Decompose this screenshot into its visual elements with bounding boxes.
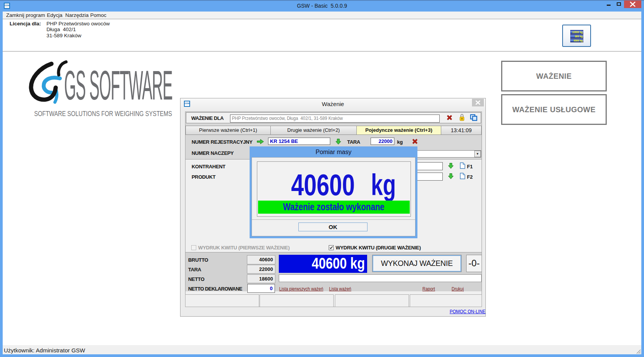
svg-text:9500 kg: 9500 kg [574,39,583,42]
svg-text:40600: 40600 [291,168,355,202]
svg-text:12600 kg: 12600 kg [572,31,583,34]
svg-text:GS SOFTWARE: GS SOFTWARE [64,62,173,108]
svg-text:SOFTWARE SOLUTIONS FOR WEIGHIN: SOFTWARE SOLUTIONS FOR WEIGHING SYSTEMS [34,110,172,118]
svg-text:Ważenie zostało wykonane: Ważenie zostało wykonane [283,201,384,213]
svg-text:800 kg: 800 kg [575,35,583,38]
svg-text:kg: kg [371,168,396,202]
